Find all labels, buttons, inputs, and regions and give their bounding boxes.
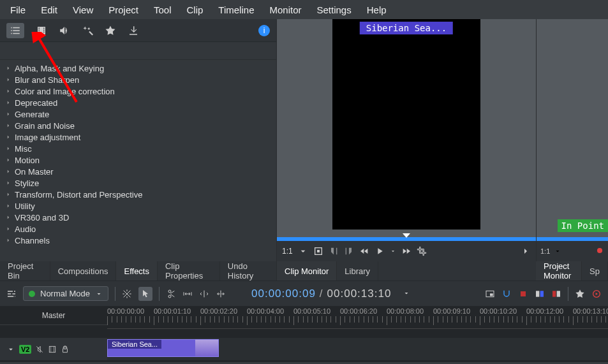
effects-category[interactable]: Grain and Noise xyxy=(0,120,276,131)
timeline: Master 00:00:00:0000:00:01:1000:00:02:20… xyxy=(0,306,608,362)
selection-tool[interactable] xyxy=(138,287,152,301)
tab-effects[interactable]: Effects xyxy=(116,261,158,280)
timecode-duration: 00:00:13:10 xyxy=(327,288,392,300)
settings-sliders-icon[interactable] xyxy=(6,289,17,299)
tab-compositions[interactable]: Compositions xyxy=(50,261,117,280)
effects-category[interactable]: Blur and Sharpen xyxy=(0,74,276,85)
project-monitor-toolbar: 1:1 xyxy=(537,241,608,261)
category-label: Audio xyxy=(15,224,36,234)
effects-category[interactable]: Alpha, Mask and Keying xyxy=(0,62,276,74)
effects-category[interactable]: Misc xyxy=(0,143,276,154)
zoom-label[interactable]: 1:1 xyxy=(540,247,550,255)
film-icon[interactable] xyxy=(48,345,57,354)
tab-project-monitor[interactable]: Project Monitor xyxy=(536,261,582,280)
in-point-marker: In Point xyxy=(558,219,608,232)
menu-project[interactable]: Project xyxy=(101,2,146,18)
effects-category[interactable]: VR360 and 3D xyxy=(0,212,276,223)
tab-clip-monitor[interactable]: Clip Monitor xyxy=(277,261,337,280)
zone-in-icon[interactable] xyxy=(313,246,323,256)
snap-icon[interactable] xyxy=(501,289,512,299)
effects-category[interactable]: Generate xyxy=(0,108,276,120)
chevron-down-icon[interactable] xyxy=(6,345,15,354)
chevron-right-icon xyxy=(5,237,11,244)
effects-category[interactable]: Color and Image correction xyxy=(0,85,276,97)
track-lane-v2[interactable]: Siberian Sea... xyxy=(107,338,608,360)
effects-category[interactable]: Motion xyxy=(0,154,276,166)
tab-project-bin[interactable]: Project Bin xyxy=(0,261,50,280)
effects-category[interactable]: Image adjustment xyxy=(0,131,276,143)
play-icon[interactable] xyxy=(374,246,385,256)
zoom-label[interactable]: 1:1 xyxy=(282,247,293,256)
project-preview[interactable]: In Point xyxy=(537,19,608,237)
effects-category[interactable]: Deprecated xyxy=(0,97,276,108)
audio-icon[interactable] xyxy=(59,25,70,36)
crop-icon[interactable] xyxy=(417,246,427,256)
chevron-right-icon[interactable] xyxy=(521,246,531,256)
info-badge[interactable]: i xyxy=(258,25,270,36)
category-label: Deprecated xyxy=(15,98,57,108)
fast-forward-icon[interactable] xyxy=(401,246,412,256)
ruler-label: 00:00:13:10 xyxy=(573,307,608,315)
chevron-down-icon[interactable] xyxy=(390,246,396,256)
compositing-icon[interactable] xyxy=(122,289,132,299)
tab-undo-history[interactable]: Undo History xyxy=(220,261,277,280)
menu-settings[interactable]: Settings xyxy=(309,2,359,18)
marker-down-icon[interactable] xyxy=(329,246,339,256)
lock-icon[interactable] xyxy=(61,345,70,354)
chevron-down-icon[interactable] xyxy=(554,247,561,255)
clip-preview[interactable]: Siberian Sea... xyxy=(277,19,536,237)
render-icon[interactable] xyxy=(591,289,602,299)
cut-icon[interactable] xyxy=(166,289,176,299)
chevron-down-icon[interactable] xyxy=(298,246,308,256)
monitor-scrubber[interactable] xyxy=(277,237,536,241)
menu-timeline[interactable]: Timeline xyxy=(211,2,262,18)
menu-tool[interactable]: Tool xyxy=(146,2,179,18)
effects-tree[interactable]: Alpha, Mask and KeyingBlur and SharpenCo… xyxy=(0,60,276,261)
track-label[interactable]: V2 xyxy=(19,345,31,354)
record-icon[interactable] xyxy=(595,246,604,255)
favorite-star-icon[interactable] xyxy=(575,289,585,299)
tab-clip-properties[interactable]: Clip Properties xyxy=(158,261,220,280)
effects-category[interactable]: Utility xyxy=(0,200,276,212)
svg-rect-2 xyxy=(317,250,320,252)
chevron-right-icon xyxy=(5,65,11,71)
master-track-label[interactable]: Master xyxy=(0,306,107,325)
list-view-button[interactable] xyxy=(6,23,24,38)
effects-category[interactable]: Channels xyxy=(0,235,276,246)
menu-file[interactable]: File xyxy=(3,2,33,18)
tab-library[interactable]: Library xyxy=(337,261,378,280)
menu-help[interactable]: Help xyxy=(359,2,394,18)
spacer-icon[interactable] xyxy=(182,289,193,299)
view-split2-icon[interactable] xyxy=(551,289,561,299)
effects-category[interactable]: On Master xyxy=(0,166,276,177)
menu-edit[interactable]: Edit xyxy=(33,2,65,18)
marker-up-icon[interactable] xyxy=(344,246,354,256)
timeline-clip[interactable]: Siberian Sea... xyxy=(107,339,219,357)
download-icon[interactable] xyxy=(128,25,139,36)
timeline-toolbar: Normal Mode 00:00:00:09/00:00:13:10 xyxy=(0,280,608,306)
timeline-ruler[interactable]: 00:00:00:0000:00:01:1000:00:02:2000:00:0… xyxy=(107,306,608,338)
effects-category[interactable]: Audio xyxy=(0,223,276,235)
color-swatch-icon[interactable] xyxy=(518,289,528,299)
menu-clip[interactable]: Clip xyxy=(179,2,211,18)
view-split-icon[interactable] xyxy=(535,289,545,299)
menu-monitor[interactable]: Monitor xyxy=(262,2,309,18)
favorite-icon[interactable] xyxy=(105,25,116,36)
timecode-display[interactable]: 00:00:00:09/00:00:13:10 xyxy=(251,287,410,300)
edit-mode-dropdown[interactable]: Normal Mode xyxy=(23,286,108,301)
rewind-icon[interactable] xyxy=(359,246,369,256)
effects-category[interactable]: Transform, Distort and Perspective xyxy=(0,189,276,200)
effects-category[interactable]: Stylize xyxy=(0,177,276,189)
insert-icon[interactable] xyxy=(199,289,209,299)
tab-sp[interactable]: Sp xyxy=(582,261,608,280)
category-label: Grain and Noise xyxy=(15,121,75,131)
pip-icon[interactable] xyxy=(485,289,495,299)
category-label: VR360 and 3D xyxy=(15,213,69,222)
category-label: Blur and Sharpen xyxy=(15,75,79,85)
mute-icon[interactable] xyxy=(35,345,44,354)
chevron-down-icon[interactable] xyxy=(403,289,410,297)
magic-wand-icon[interactable] xyxy=(82,25,93,36)
menu-view[interactable]: View xyxy=(65,2,101,18)
film-icon[interactable] xyxy=(36,25,47,36)
overwrite-icon[interactable] xyxy=(216,289,226,299)
